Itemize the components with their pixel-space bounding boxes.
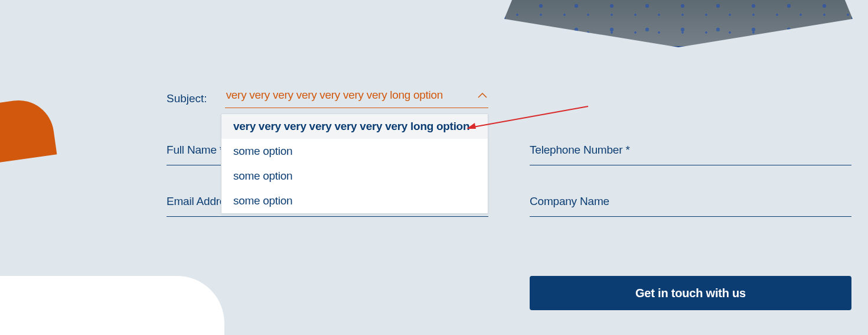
- subject-row: Subject: very very very very very very v…: [167, 89, 488, 108]
- subject-selected-value: very very very very very very very long …: [226, 89, 443, 102]
- subject-option-1[interactable]: some option: [221, 139, 488, 164]
- company-field[interactable]: [530, 195, 851, 208]
- submit-button[interactable]: Get in touch with us: [530, 276, 851, 310]
- subject-option-0[interactable]: very very very very very very very long …: [221, 114, 488, 139]
- subject-option-3[interactable]: some option: [221, 188, 488, 213]
- telephone-field[interactable]: [530, 144, 851, 157]
- subject-dropdown: very very very very very very very long …: [221, 113, 488, 214]
- submit-wrap: Get in touch with us: [530, 276, 851, 310]
- contact-form: Subject: very very very very very very v…: [167, 89, 851, 310]
- subject-option-2[interactable]: some option: [221, 164, 488, 188]
- hero-construction-image: [504, 0, 853, 47]
- chevron-up-icon: [478, 90, 487, 100]
- subject-select[interactable]: very very very very very very very long …: [225, 89, 488, 108]
- subject-label: Subject:: [167, 92, 207, 105]
- hero-title: o work with us? k!: [0, 0, 127, 44]
- telephone-field-wrap: [530, 144, 851, 165]
- company-field-wrap: [530, 195, 851, 217]
- decorative-orange-shape: [0, 96, 57, 164]
